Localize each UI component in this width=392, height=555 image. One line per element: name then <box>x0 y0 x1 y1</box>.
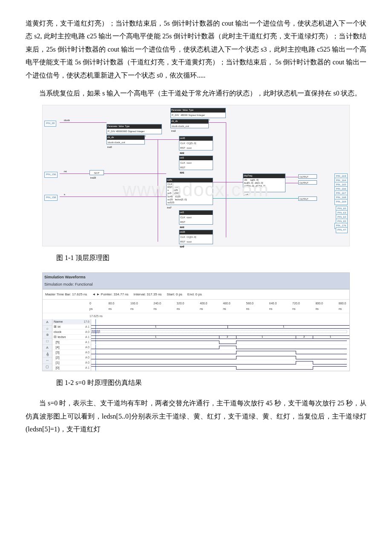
pin-right-6: PIN_169 <box>334 199 348 205</box>
output-2: OUTPUT <box>298 180 317 185</box>
inst7-label: inst7 <box>167 206 172 210</box>
tool-icon[interactable]: ▦ <box>43 370 52 371</box>
tool-icon[interactable]: A <box>43 345 52 351</box>
figure-2-waveform: Simulation Waveforms Simulation mode: Fu… <box>26 272 366 371</box>
wave-info-bar: Master Time Bar: 17.625 ns ◄ ► Pointer: … <box>43 289 349 300</box>
wave-plot-area: 1 1 1 2 1 2 1 <box>91 319 349 371</box>
tool-icon[interactable]: ⌕ <box>43 326 52 332</box>
pin-left-0: PIN_28 <box>44 121 56 126</box>
wave-toolbar[interactable]: A ⌕ ⊕ □ A A̲ ↔ ▢ ▦ ⬍ <box>43 319 52 371</box>
tool-icon[interactable]: ↔ <box>43 358 52 364</box>
param-table-1: Parameter Value Type P_DIV 48000 Signed … <box>170 108 226 118</box>
tool-icon[interactable]: A <box>43 319 52 326</box>
paragraph-3: 当 s=0 时，表示主、支干道均有车时，两者交替允许通行，主干道每次放行 45 … <box>26 397 366 436</box>
figure-1-caption: 图 1-1 顶层原理图 <box>56 251 366 264</box>
clk-div-block-2: clk_div clock clock_out <box>107 135 145 145</box>
inst3b-label: inst3 <box>180 225 184 230</box>
traffic-block: traffic CLK RST c45 s c25 sc5 c545 sc45 … <box>166 178 213 205</box>
wave-clock <box>91 330 349 335</box>
tool-icon[interactable]: A̲ <box>43 351 52 358</box>
inst9-label: inst9 <box>244 193 248 197</box>
cnt45-block: cnt45 CLK CQ[5..0] RST cout EN <box>179 136 213 150</box>
wave-time-ruler: 0 ps 80.0 ns 160.0 ns 240.0 ns 320.0 ns … <box>43 300 349 313</box>
pin-left-2: PIN_158 <box>44 195 58 200</box>
label-inst25: inst25 <box>90 176 96 180</box>
wave-signal-names: Name17.6 ⊞ btA 1 clockA 0 ⊟ ledsnA 1 [5]… <box>52 319 91 371</box>
inst8-label: inst8 <box>180 245 184 249</box>
tool-icon[interactable]: ⊕ <box>43 332 52 338</box>
pin-left-1: PIN_156 <box>44 172 58 177</box>
figure-1-schematic: PIN_28 PIN_156 PIN_158 clock rst s NOT i… <box>26 105 366 246</box>
inst2-label: inst2 <box>171 129 176 133</box>
figure-2-caption: 图 1-2 s=0 时原理图仿真结果 <box>56 376 366 389</box>
wave-time-ref: 17.625 ns <box>43 313 349 319</box>
param-table-2: Parameter Value Type P_DIV 48000000 Sign… <box>107 124 162 134</box>
tool-icon[interactable]: □ <box>43 338 52 345</box>
cnt5b-block: cnt5 CLK cout RST EN <box>179 210 213 225</box>
cnt5-block: cnt5 CLK cout RST EN <box>179 156 213 170</box>
output-1: OUTPUT <box>298 174 317 179</box>
svg-rect-0 <box>91 330 347 333</box>
wave-subtitle: Simulation mode: Functional <box>44 282 93 286</box>
disp7seg-block: disp7seg clk sg[6..0] led[5..0] dit[3..0… <box>243 173 285 192</box>
inst2b-label: inst2 <box>180 151 184 156</box>
pin-right-12: PIN_47 <box>336 227 348 233</box>
paragraph-1: 道黄灯亮，支干道红灯亮）；当计数结束后，5s 倒计时计数器的 cout 输出一个… <box>26 17 366 82</box>
paragraph-2: 当系统复位后，如果 s 输入一个高电平（主干道处于常允许通行的状态），此时状态机… <box>26 87 366 100</box>
wave-title: Simulation Waveforms <box>44 275 86 279</box>
tool-icon[interactable]: ▢ <box>43 364 52 370</box>
output-3: OUTPUT <box>298 197 317 201</box>
cnt25-block: cnt25 CLK CQ[4..0] RST cout EN <box>179 230 213 244</box>
clk-div-block-1: clk_div clock clock_out <box>170 119 209 128</box>
inst1-label: inst1 <box>180 171 184 175</box>
inst0-label: inst0 <box>107 145 112 150</box>
not-gate: NOT <box>89 170 104 175</box>
